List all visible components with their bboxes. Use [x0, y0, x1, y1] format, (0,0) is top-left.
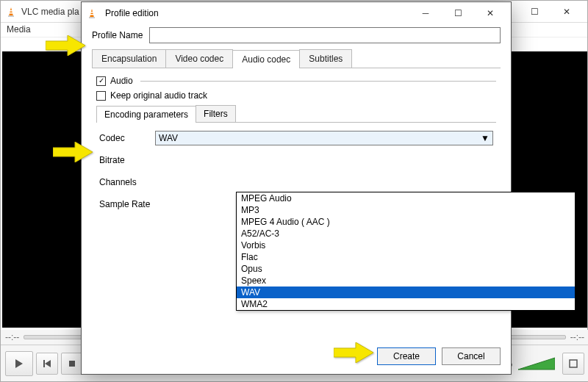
fullscreen-button[interactable] — [562, 353, 584, 375]
codec-option[interactable]: Vorbis — [237, 239, 575, 251]
tab-video-codec[interactable]: Video codec — [165, 49, 233, 68]
svg-marker-10 — [90, 9, 94, 18]
vlc-cone-icon — [86, 7, 98, 19]
svg-marker-14 — [46, 35, 85, 56]
svg-rect-13 — [90, 14, 94, 15]
bitrate-label: Bitrate — [99, 155, 155, 165]
annotation-arrow-icon — [46, 35, 85, 56]
annotation-arrow-icon — [53, 142, 93, 162]
svg-rect-9 — [570, 360, 577, 367]
chevron-down-icon: ▼ — [479, 132, 491, 144]
svg-rect-5 — [43, 360, 45, 367]
profile-name-input[interactable] — [149, 27, 501, 43]
audio-sub-tabs: Encoding parameters Filters — [96, 105, 496, 123]
svg-rect-12 — [90, 12, 93, 13]
main-maximize-button[interactable]: ☐ — [518, 1, 551, 22]
time-elapsed: --:-- — [5, 332, 19, 342]
codec-option[interactable]: WAV — [237, 286, 575, 298]
svg-marker-0 — [9, 7, 13, 16]
svg-rect-3 — [10, 12, 13, 14]
svg-rect-7 — [69, 361, 75, 367]
cancel-button[interactable]: Cancel — [442, 347, 501, 365]
svg-rect-2 — [10, 10, 12, 12]
svg-marker-6 — [45, 360, 51, 367]
svg-marker-16 — [334, 342, 373, 363]
main-close-button[interactable]: ✕ — [551, 1, 583, 22]
tab-audio-codec[interactable]: Audio codec — [232, 50, 300, 68]
codec-tabs: Encapsulation Video codec Audio codec Su… — [92, 49, 501, 68]
prev-button[interactable] — [36, 353, 58, 375]
keep-original-checkbox[interactable] — [96, 91, 106, 101]
codec-option[interactable]: Opus — [237, 263, 575, 275]
svg-marker-4 — [15, 359, 23, 368]
profile-name-label: Profile Name — [92, 30, 149, 40]
tab-subtitles[interactable]: Subtitles — [299, 49, 352, 68]
codec-option[interactable]: WMA2 — [237, 298, 575, 310]
create-button[interactable]: Create — [377, 347, 436, 365]
dialog-maximize-button[interactable]: ☐ — [442, 3, 474, 24]
menu-media[interactable]: Media — [7, 24, 31, 35]
codec-dropdown-list[interactable]: MPEG AudioMP3MPEG 4 Audio ( AAC )A52/AC-… — [236, 192, 576, 311]
subtab-filters[interactable]: Filters — [196, 105, 236, 122]
play-button[interactable] — [5, 351, 33, 376]
divider — [140, 81, 496, 82]
codec-combo[interactable]: WAV ▼ — [155, 131, 493, 145]
volume-slider[interactable] — [518, 355, 555, 372]
annotation-arrow-icon — [334, 342, 373, 363]
dialog-close-button[interactable]: ✕ — [474, 3, 506, 24]
channels-label: Channels — [99, 177, 155, 187]
svg-rect-1 — [8, 15, 14, 17]
profile-edition-dialog: Profile edition ─ ☐ ✕ Profile Name Encap… — [81, 1, 512, 375]
audio-checkbox[interactable]: ✓ — [96, 76, 106, 86]
codec-option[interactable]: Speex — [237, 275, 575, 286]
codec-combo-value: WAV — [159, 133, 178, 143]
keep-original-label: Keep original audio track — [110, 90, 207, 101]
codec-option[interactable]: A52/AC-3 — [237, 228, 575, 239]
sample-rate-label: Sample Rate — [99, 199, 155, 209]
subtab-encoding-parameters[interactable]: Encoding parameters — [96, 106, 196, 123]
tab-encapsulation[interactable]: Encapsulation — [92, 49, 166, 68]
codec-option[interactable]: MPEG 4 Audio ( AAC ) — [237, 216, 575, 228]
codec-label: Codec — [99, 133, 155, 143]
codec-option[interactable]: MP3 — [237, 204, 575, 216]
dialog-titlebar: Profile edition ─ ☐ ✕ — [82, 2, 511, 24]
dialog-buttons: Create Cancel — [377, 347, 501, 365]
dialog-minimize-button[interactable]: ─ — [409, 3, 442, 24]
dialog-body: Profile Name Encapsulation Video codec A… — [82, 24, 511, 374]
codec-option[interactable]: Flac — [237, 251, 575, 263]
vlc-cone-icon — [5, 6, 17, 18]
codec-option[interactable]: MPEG Audio — [237, 192, 575, 204]
stop-button[interactable] — [61, 353, 83, 375]
audio-checkbox-label: Audio — [110, 76, 133, 86]
dialog-window-controls: ─ ☐ ✕ — [409, 3, 506, 24]
svg-marker-8 — [518, 358, 555, 370]
dialog-title: Profile edition — [105, 8, 409, 18]
time-total: --:-- — [570, 332, 584, 342]
svg-marker-15 — [53, 142, 93, 162]
svg-rect-11 — [89, 17, 95, 18]
